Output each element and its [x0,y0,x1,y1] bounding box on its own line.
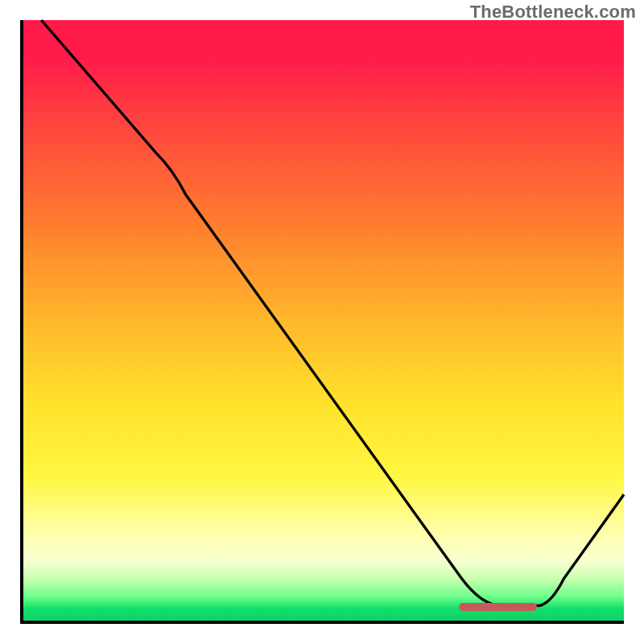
chart-container: TheBottleneck.com [0,0,644,644]
plot-area [20,20,624,624]
bottleneck-curve [23,20,624,621]
optimal-range-marker [459,603,537,611]
